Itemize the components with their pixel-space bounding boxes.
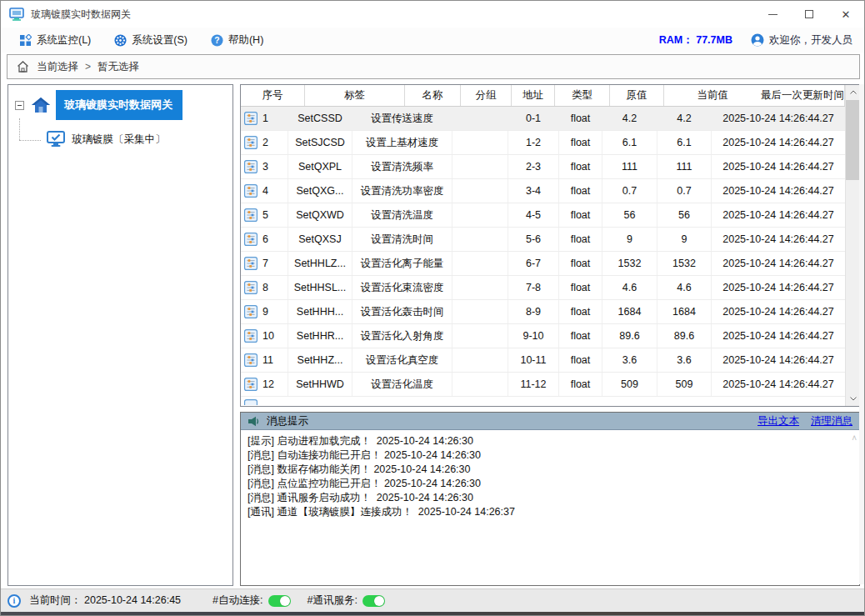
message-line: [消息] 自动连接功能已开启！ 2025-10-24 14:26:30 xyxy=(248,448,852,463)
cell-type: float xyxy=(559,348,602,372)
statusbar: i 当前时间： 2025-10-24 14:26:45 #自动连接: #通讯服务… xyxy=(1,588,864,612)
cell-type: float xyxy=(559,107,602,130)
minimize-button[interactable] xyxy=(754,1,791,28)
cell-type: float xyxy=(559,276,602,299)
cell-name: 设置活化轰击时间 xyxy=(352,300,452,323)
message-lines: [提示] 启动进程加载完成！ 2025-10-24 14:26:30 [消息] … xyxy=(248,434,852,519)
cell-original-value: 4.2 xyxy=(602,107,658,130)
column-header[interactable]: 原值 xyxy=(610,85,664,106)
window-controls: ✕ xyxy=(754,1,864,28)
column-header[interactable]: 分组 xyxy=(461,85,512,106)
row-number: 4 xyxy=(262,185,268,197)
tree-expander-icon[interactable] xyxy=(15,101,24,110)
column-header[interactable]: 当前值 xyxy=(664,85,761,106)
table-row[interactable]: 6 SetQXSJ 设置清洗时间 5-6 float 9 9 2025-10-2… xyxy=(241,228,845,252)
scroll-down-icon[interactable] xyxy=(846,392,860,406)
tree-connector xyxy=(19,118,20,140)
cell-updated-time: 2025-10-24 14:26:44.27 xyxy=(712,131,845,154)
table-row[interactable]: 7 SetHHLZ... 设置活化离子能量 6-7 float 1532 153… xyxy=(241,252,845,276)
cell-name: 设置活化真空度 xyxy=(352,348,452,372)
cell-current-value: 111 xyxy=(658,155,712,178)
cell-current-value: 1684 xyxy=(658,300,712,323)
menu-system-monitor[interactable]: 系统监控(L) xyxy=(14,31,96,50)
table-row[interactable]: 2 SetSJCSD 设置上基材速度 1-2 float 6.1 6.1 202… xyxy=(241,131,845,155)
column-header[interactable]: 序号 xyxy=(241,85,305,106)
row-number: 1 xyxy=(262,113,268,124)
cell-updated-time: 2025-10-24 14:26:44.27 xyxy=(712,373,845,396)
row-settings-icon xyxy=(244,305,258,318)
cell-name: 设置活化入射角度 xyxy=(352,324,452,348)
maximize-icon xyxy=(805,10,813,18)
column-header[interactable]: 标签 xyxy=(305,85,405,106)
cell-updated-time: 2025-10-24 14:26:44.27 xyxy=(712,276,845,299)
home-icon[interactable] xyxy=(16,60,30,73)
scroll-up-icon[interactable] xyxy=(846,85,860,99)
current-time: 当前时间： 2025-10-24 14:26:45 xyxy=(29,593,181,608)
table-row[interactable]: 4 SetQXG... 设置清洗功率密度 3-4 float 0.7 0.7 2… xyxy=(241,179,845,203)
cell-address: 3-4 xyxy=(508,179,559,203)
cell-current-value: 4.6 xyxy=(658,276,712,299)
cell-tag: SetHHSL... xyxy=(288,276,352,299)
cell-tag: SetHHR... xyxy=(288,324,352,348)
tree-child-node[interactable]: 玻璃镀膜〔采集中〕 xyxy=(8,127,232,152)
cell-updated-time: 2025-10-24 14:26:44.27 xyxy=(712,107,845,130)
titlebar: 玻璃镀膜实时数据网关 ✕ xyxy=(1,1,864,28)
cell-name: 设置活化温度 xyxy=(352,373,452,396)
cell-current-value: 9 xyxy=(658,228,712,251)
cell-type: float xyxy=(559,155,602,178)
table-row[interactable]: 12 SetHHWD 设置活化温度 11-12 float 509 509 20… xyxy=(241,373,845,397)
monitor-check-icon xyxy=(47,131,65,148)
window-edge xyxy=(859,84,864,584)
cell-original-value: 111 xyxy=(602,155,658,178)
status-toggles: #自动连接: #通讯服务: xyxy=(201,593,385,608)
table-row[interactable]: 8 SetHHSL... 设置活化束流密度 7-8 float 4.6 4.6 … xyxy=(241,276,845,300)
column-header[interactable]: 最后一次更新时间 xyxy=(761,85,845,106)
scrollbar-thumb[interactable] xyxy=(846,100,860,180)
cell-updated-time: 2025-10-24 14:26:44.27 xyxy=(712,228,845,251)
cell-current-value: 4.2 xyxy=(658,107,712,130)
cell-tag: SetHHWD xyxy=(288,373,352,396)
table-row[interactable]: 5 SetQXWD 设置清洗温度 4-5 float 56 56 2025-10… xyxy=(241,203,845,228)
cell-type: float xyxy=(559,228,602,251)
table-row[interactable]: 10 SetHHR... 设置活化入射角度 9-10 float 89.6 89… xyxy=(241,324,845,348)
message-line: [提示] 启动进程加载完成！ 2025-10-24 14:26:30 xyxy=(248,434,852,448)
cell-tag: SetQXWD xyxy=(288,203,352,227)
menu-system-settings[interactable]: 系统设置(S) xyxy=(109,31,192,50)
row-settings-icon xyxy=(244,329,258,343)
menu-label: 帮助(H) xyxy=(228,33,263,48)
menu-help[interactable]: ? 帮助(H) xyxy=(206,31,268,50)
table-row-partial xyxy=(241,397,845,405)
device-tree-panel: 玻璃镀膜实时数据网关 玻璃镀膜〔采集中〕 xyxy=(8,84,233,586)
toggle-on-switch[interactable] xyxy=(268,595,291,607)
cell-address: 11-12 xyxy=(508,373,559,396)
table-row[interactable]: 1 SetCSSD 设置传送速度 0-1 float 4.2 4.2 2025-… xyxy=(241,107,845,131)
clear-messages-link[interactable]: 清理消息 xyxy=(811,414,852,428)
message-scroll-up-icon[interactable]: ˄ xyxy=(852,433,857,443)
column-header[interactable]: 名称 xyxy=(405,85,461,106)
close-icon: ✕ xyxy=(842,8,851,21)
table-scrollbar[interactable] xyxy=(845,85,859,406)
cell-tag: SetHHZ... xyxy=(288,348,352,372)
system-monitor-icon xyxy=(19,34,32,47)
table-row[interactable]: 9 SetHHH... 设置活化轰击时间 8-9 float 1684 1684… xyxy=(241,300,845,324)
toggle-on-switch[interactable] xyxy=(362,595,385,607)
cell-group xyxy=(452,276,508,299)
export-text-link[interactable]: 导出文本 xyxy=(758,414,799,428)
column-header[interactable]: 地址 xyxy=(512,85,555,106)
speaker-icon xyxy=(248,416,260,427)
close-button[interactable]: ✕ xyxy=(828,1,864,28)
taskbar-strip xyxy=(1,612,864,616)
toggle-label: #自动连接: xyxy=(212,593,262,608)
row-number: 2 xyxy=(262,137,268,148)
cell-type: float xyxy=(559,300,602,323)
message-log[interactable]: [提示] 启动进程加载完成！ 2025-10-24 14:26:30 [消息] … xyxy=(241,430,859,584)
system-settings-icon xyxy=(114,34,127,47)
cell-address: 1-2 xyxy=(508,131,559,154)
table-row[interactable]: 11 SetHHZ... 设置活化真空度 10-11 float 3.6 3.6… xyxy=(241,348,845,373)
cell-address: 9-10 xyxy=(508,324,559,348)
column-header[interactable]: 类型 xyxy=(555,85,610,106)
table-row[interactable]: 3 SetQXPL 设置清洗频率 2-3 float 111 111 2025-… xyxy=(241,155,845,179)
cell-current-value: 6.1 xyxy=(658,131,712,154)
maximize-button[interactable] xyxy=(791,1,828,28)
tree-root-node[interactable]: 玻璃镀膜实时数据网关 xyxy=(8,90,232,120)
